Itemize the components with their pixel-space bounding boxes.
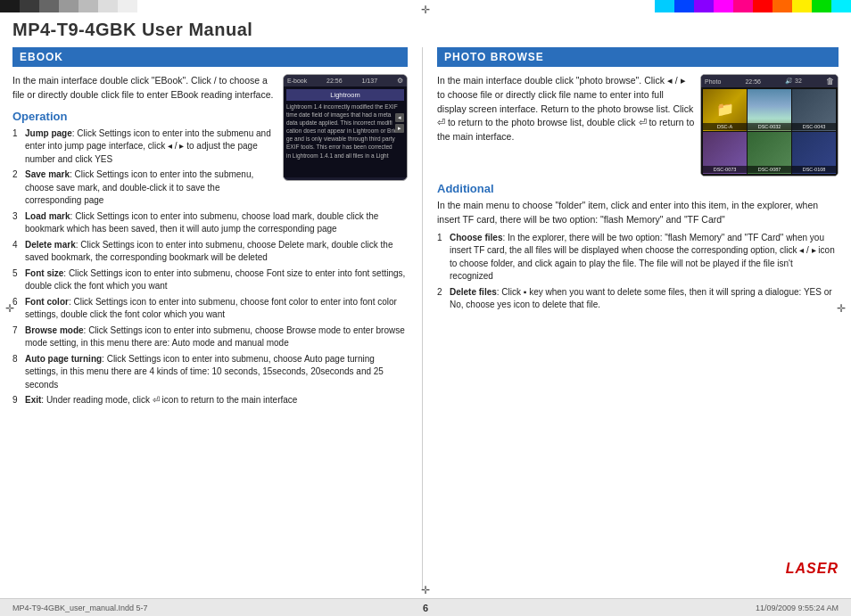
- bottom-bar: MP4-T9-4GBK_user_manual.Indd 5-7 6 11/09…: [0, 598, 851, 616]
- page-number-left: 6: [423, 603, 428, 613]
- battery-icon: 🔊 32: [785, 78, 802, 85]
- photo-cell-label: DSC-0108: [792, 166, 836, 173]
- color-bar-item: [714, 0, 733, 12]
- color-bar-item: [59, 0, 78, 12]
- list-item: 8 Auto page turning: Click Settings icon…: [12, 353, 408, 392]
- list-item: 5 Font size: Click Settings icon to ente…: [12, 267, 408, 293]
- photo-device-header: Photo 22:56 🔊 32 🗑: [701, 75, 838, 87]
- color-bar-item: [733, 0, 753, 12]
- color-bar-item: [753, 0, 773, 12]
- prev-icon: ◂: [395, 113, 404, 122]
- device-app-name: E-book: [287, 78, 307, 84]
- photo-device-screenshot: Photo 22:56 🔊 32 🗑 📁 DSC-A DSC-0032 DSC-…: [700, 74, 839, 177]
- list-item: 7 Browse mode: Click Settings icon to en…: [12, 324, 408, 350]
- photo-time: 22:56: [745, 78, 761, 85]
- color-bar-item: [20, 0, 39, 12]
- color-bar-item: [792, 0, 812, 12]
- list-item: 1 Choose files: In the explorer, there w…: [437, 232, 839, 283]
- color-bar-item: [812, 0, 831, 12]
- color-bar-item: [831, 0, 851, 12]
- list-item: 3 Load mark: Click Settings icon to ente…: [12, 210, 408, 236]
- photo-cell: DSC-0032: [748, 89, 791, 131]
- photo-app-name: Photo: [705, 78, 721, 85]
- main-content: MP4-T9-4GBK User Manual EBOOK E-book 22:…: [0, 12, 851, 598]
- list-item: 9 Exit: Under reading mode, click ⏎ icon…: [12, 394, 408, 407]
- photo-cell: DSC-0073: [703, 132, 747, 174]
- photo-browse-section-header: PHOTO BROWSE: [437, 47, 839, 67]
- device-page-info: 1/137: [362, 78, 378, 84]
- photo-cell: DSC-0087: [748, 132, 791, 174]
- delete-icon: 🗑: [826, 77, 834, 86]
- photo-cell-label: DSC-0032: [748, 123, 791, 130]
- color-bar-item: [655, 0, 674, 12]
- photo-cell-label: DSC-0073: [703, 166, 747, 173]
- device-header: E-book 22:56 1/137 ⚙: [284, 75, 407, 86]
- photo-cell: DSC-0043: [792, 89, 836, 131]
- page-title: MP4-T9-4GBK User Manual: [12, 20, 839, 40]
- folder-icon: 📁: [716, 100, 734, 117]
- list-item: 2 Delete files: Click ▪ key when you wan…: [437, 286, 839, 312]
- color-bar-item: [773, 0, 792, 12]
- additional-list: 1 Choose files: In the explorer, there w…: [437, 232, 839, 312]
- color-bar-item: [39, 0, 59, 12]
- color-bar-item: [98, 0, 118, 12]
- device-time: 22:56: [326, 78, 343, 84]
- operation-list: 1 Jump page: Click Settings icon to ente…: [12, 127, 408, 407]
- crosshair-right: ✛: [837, 302, 846, 315]
- laser-logo: LASER: [786, 561, 839, 577]
- footer-right-text: 11/09/2009 9:55:24 AM: [756, 604, 839, 612]
- list-item: 6 Font color: Click Settings icon to ent…: [12, 296, 408, 322]
- photo-cell: DSC-0108: [792, 132, 836, 174]
- color-bar-item: [674, 0, 694, 12]
- photo-cell: 📁 DSC-A: [703, 89, 747, 131]
- color-bar-item: [78, 0, 98, 12]
- color-bar-right: [655, 0, 851, 12]
- additional-heading: Additional: [437, 182, 839, 195]
- two-column-layout: EBOOK E-book 22:56 1/137 ⚙ Lightroom Lig…: [12, 47, 839, 590]
- ebook-section-header: EBOOK: [12, 47, 408, 67]
- color-bar-item: [0, 0, 20, 12]
- list-item: 1 Jump page: Click Settings icon to ente…: [12, 127, 408, 167]
- additional-intro: In the main menu to choose "folder" item…: [437, 199, 839, 227]
- color-bar-item: [118, 0, 137, 12]
- color-bar-item: [694, 0, 714, 12]
- device-menu-title: Lightroom: [286, 89, 404, 101]
- photo-grid: 📁 DSC-A DSC-0032 DSC-0043 DSC-0073 DSC-0…: [701, 87, 838, 176]
- list-item: 4 Delete mark: Click Settings icon to en…: [12, 239, 408, 265]
- device-settings-icon: ⚙: [397, 77, 403, 85]
- crosshair-left: ✛: [5, 302, 14, 315]
- list-item: 2 Save mark: Click Settings icon to ente…: [12, 168, 408, 208]
- crosshair-bottom: ✛: [421, 584, 430, 596]
- photo-cell-label: DSC-0043: [792, 123, 836, 130]
- photo-cell-label: DSC-A: [703, 123, 747, 130]
- footer-left-text: MP4-T9-4GBK_user_manual.Indd 5-7: [12, 604, 148, 612]
- photo-cell-label: DSC-0087: [748, 166, 791, 173]
- color-bar-left: [0, 0, 137, 12]
- ebook-column: EBOOK E-book 22:56 1/137 ⚙ Lightroom Lig…: [12, 47, 423, 590]
- photo-browse-column: PHOTO BROWSE Photo 22:56 🔊 32 🗑 📁 DSC-A: [423, 47, 839, 590]
